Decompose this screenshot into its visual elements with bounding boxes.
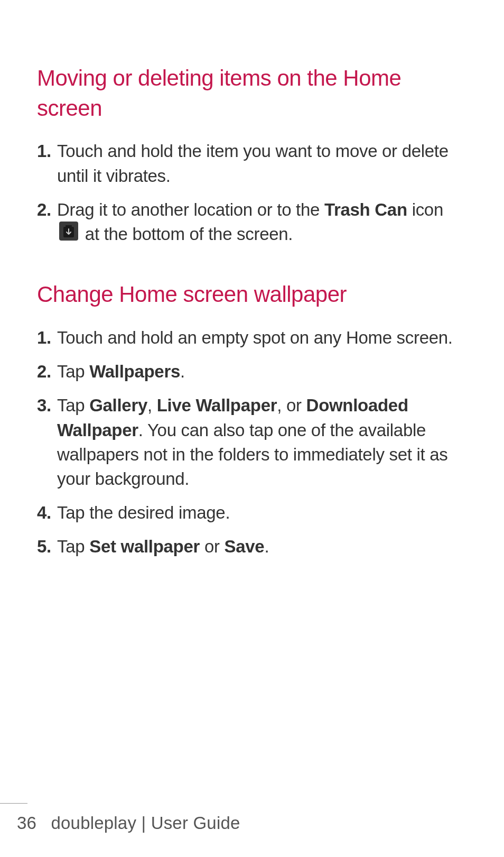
bold-text: Live Wallpaper [157, 395, 277, 415]
text-fragment: Tap [57, 362, 89, 381]
list-item: 1. Touch and hold an empty spot on any H… [37, 326, 467, 350]
bold-text: Wallpapers [89, 362, 180, 381]
text-fragment: icon [407, 200, 443, 219]
list-number: 1. [37, 139, 57, 188]
footer-divider [0, 803, 27, 804]
list-number: 3. [37, 393, 57, 491]
list-text: Tap Gallery, Live Wallpaper, or Download… [57, 393, 467, 491]
trash-can-icon [59, 222, 78, 247]
bold-text: Save [225, 537, 265, 556]
svg-rect-2 [66, 225, 72, 227]
list-item: 3. Tap Gallery, Live Wallpaper, or Downl… [37, 393, 467, 491]
text-fragment: Tap [57, 395, 89, 415]
list-number: 1. [37, 326, 57, 350]
bold-text: Gallery [89, 395, 147, 415]
list-item: 4. Tap the desired image. [37, 501, 467, 525]
list-item: 2. Drag it to another location or to the… [37, 198, 467, 248]
list-item: 2. Tap Wallpapers. [37, 360, 467, 384]
list-text: Touch and hold the item you want to move… [57, 139, 467, 188]
list-text: Tap the desired image. [57, 501, 467, 525]
text-fragment: , [147, 395, 157, 415]
section-heading-2: Change Home screen wallpaper [37, 280, 467, 310]
list-text: Drag it to another location or to the Tr… [57, 198, 467, 248]
list-text: Touch and hold an empty spot on any Home… [57, 326, 467, 350]
text-fragment: or [200, 537, 224, 556]
list-item: 5. Tap Set wallpaper or Save. [37, 535, 467, 559]
list-text: Tap Wallpapers. [57, 360, 467, 384]
page-content: Moving or deleting items on the Home scr… [0, 0, 504, 559]
text-fragment: Tap [57, 537, 89, 556]
footer-label: doubleplay | User Guide [51, 813, 240, 833]
page-number: 36 [17, 813, 36, 833]
text-fragment: . [180, 362, 185, 381]
list-number: 2. [37, 198, 57, 248]
list-text: Tap Set wallpaper or Save. [57, 535, 467, 559]
list-number: 2. [37, 360, 57, 384]
text-fragment: . [264, 537, 269, 556]
section-heading-1: Moving or deleting items on the Home scr… [37, 63, 467, 123]
bold-text: Set wallpaper [89, 537, 200, 556]
list-number: 4. [37, 501, 57, 525]
bold-text: Trash Can [324, 200, 407, 219]
list-item: 1. Touch and hold the item you want to m… [37, 139, 467, 188]
list-number: 5. [37, 535, 57, 559]
text-fragment: Drag it to another location or to the [57, 200, 324, 219]
text-fragment: , or [277, 395, 306, 415]
footer-text: 36 doubleplay | User Guide [0, 813, 504, 833]
text-fragment: at the bottom of the screen. [80, 224, 293, 244]
page-footer: 36 doubleplay | User Guide [0, 803, 504, 833]
